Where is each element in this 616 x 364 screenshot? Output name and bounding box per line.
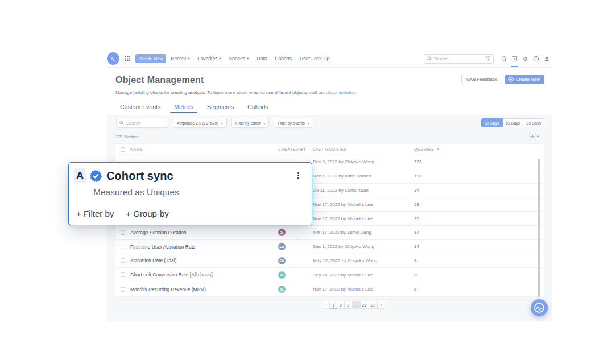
- page-1[interactable]: 1: [330, 301, 337, 309]
- last-modified: Dec 1, 2022 by Katie Barnett: [309, 173, 411, 179]
- row-checkbox[interactable]: [121, 258, 125, 263]
- nav-item-cohorts[interactable]: Cohorts: [275, 56, 292, 61]
- global-search[interactable]: [424, 54, 494, 64]
- create-new-button[interactable]: Create New: [505, 75, 544, 84]
- nav-item-data[interactable]: Data: [257, 56, 267, 61]
- page-3[interactable]: 3: [345, 301, 352, 309]
- range-30-days[interactable]: 30 Days: [481, 118, 503, 127]
- metric-name: Average Session Duration: [130, 230, 275, 235]
- metrics-count: 221 Metrics: [116, 134, 138, 139]
- page-23[interactable]: 23: [369, 301, 378, 309]
- range-90-days[interactable]: 90 Days: [523, 118, 544, 127]
- date-range-toggle: 30 Days60 Days90 Days: [481, 118, 544, 127]
- column-name[interactable]: NAME: [130, 147, 275, 151]
- column-queries[interactable]: QUERIES: [411, 147, 544, 151]
- nav-item-favorites[interactable]: Favorites▾: [197, 56, 221, 61]
- last-modified: May 12, 2022 by Chiyoko Wong: [309, 258, 411, 263]
- nav-item-recent[interactable]: Recent▾: [171, 56, 189, 61]
- tab-segments[interactable]: Segments: [207, 104, 234, 114]
- tab-custom-events[interactable]: Custom Events: [120, 104, 160, 114]
- filter-by-editor-dropdown[interactable]: Filter by editor▾: [231, 118, 269, 128]
- last-modified: Sep 29, 2022 by Michelle Lee: [309, 272, 411, 278]
- dots-page-button: …: [352, 301, 361, 309]
- queries-count: 726: [411, 159, 544, 164]
- row-checkbox[interactable]: [121, 230, 125, 235]
- last-modified: Dec 1, 2022 by Chiyoko Wong: [309, 244, 411, 249]
- queries-count: 130: [411, 173, 544, 179]
- table-row[interactable]: First-time User Activation RateCWDec 1, …: [115, 240, 544, 254]
- amplitude-logo-icon[interactable]: [107, 52, 119, 65]
- creator-avatar: CW: [278, 243, 286, 250]
- table-row[interactable]: Chart edit Conversion Rate [All charts]M…: [115, 268, 544, 282]
- table-row[interactable]: Average Session DurationZzMar 17, 2022 b…: [115, 226, 544, 240]
- more-options-kebab-icon[interactable]: [297, 172, 299, 179]
- page-subtitle: Manage building blocks for creating anal…: [107, 90, 552, 95]
- table-row[interactable]: Monthly Recurring Revenue (MRR)MLNov 17,…: [115, 282, 544, 296]
- chevron-down-icon: ▾: [219, 56, 221, 61]
- global-search-input[interactable]: [434, 56, 485, 61]
- table-settings[interactable]: ▾: [530, 134, 539, 139]
- user-avatar-icon[interactable]: [541, 52, 552, 65]
- queries-count: 8: [411, 258, 544, 263]
- settings-gear-icon[interactable]: [520, 52, 531, 65]
- table-search-input[interactable]: [126, 121, 165, 126]
- page-2[interactable]: 2: [337, 301, 345, 309]
- nav-item-spaces[interactable]: Spaces▾: [229, 56, 249, 61]
- page-title: Object Management: [107, 74, 204, 86]
- add-groupby-button[interactable]: + Group-by: [126, 209, 168, 218]
- queries-count: 14: [411, 244, 544, 249]
- metric-name: First-time User Activation Rate: [130, 244, 275, 250]
- table-search[interactable]: [116, 118, 168, 128]
- last-modified: Nov 17, 2022 by Michelle Lee: [309, 287, 411, 292]
- assistant-button[interactable]: [531, 299, 548, 316]
- prev-page-button[interactable]: ‹: [323, 301, 330, 309]
- queries-count: 17: [411, 230, 544, 235]
- tab-metrics[interactable]: Metrics: [174, 104, 193, 114]
- metric-zoom-card: A Cohort sync Measured as Uniques + Filt…: [68, 162, 312, 225]
- apps-grid-icon[interactable]: [125, 56, 130, 61]
- column-created-by[interactable]: CREATED BY: [275, 147, 309, 151]
- page-22[interactable]: 22: [361, 301, 369, 309]
- metric-name: Activation Rate (Trial): [130, 258, 275, 263]
- next-page-button[interactable]: ›: [378, 301, 385, 309]
- tab-cohorts[interactable]: Cohorts: [247, 104, 268, 114]
- search-icon: [427, 56, 432, 61]
- add-filter-button[interactable]: + Filter by: [76, 209, 114, 218]
- table-row[interactable]: Activation Rate (Trial)CWMay 12, 2022 by…: [115, 254, 544, 268]
- help-icon[interactable]: ?: [531, 52, 541, 65]
- last-modified: Nov 17, 2022 by Michelle Lee: [309, 216, 411, 221]
- top-nav: Create New Recent▾Favorites▾Spaces▾DataC…: [107, 50, 552, 68]
- last-modified: Jul 11, 2022 by Curtis Xuan: [309, 188, 411, 193]
- range-60-days[interactable]: 60 Days: [503, 118, 524, 127]
- column-last-modified[interactable]: LAST MODIFIED: [309, 147, 411, 151]
- row-checkbox[interactable]: [121, 272, 125, 277]
- whats-new-icon[interactable]: [509, 52, 520, 65]
- documentation-link[interactable]: documentation: [326, 90, 356, 95]
- queries-count: 6: [411, 287, 544, 292]
- creator-avatar: CW: [278, 257, 286, 264]
- last-modified: Nov 17, 2022 by Michelle Lee: [309, 202, 411, 207]
- svg-text:?: ?: [535, 57, 538, 60]
- filter-funnel-icon[interactable]: [485, 56, 490, 61]
- creator-avatar: ML: [278, 271, 286, 279]
- select-all-checkbox[interactable]: [121, 147, 125, 152]
- letter-a-highlight: A: [74, 168, 86, 183]
- chevron-down-icon: ▾: [247, 56, 249, 61]
- chevron-down-icon: ▾: [188, 56, 189, 61]
- table-scrollbar[interactable]: [538, 159, 540, 297]
- last-modified: Dec 8, 2022 by Chiyoko Worig: [309, 159, 411, 164]
- row-checkbox[interactable]: [121, 287, 125, 292]
- notifications-bell-icon[interactable]: [498, 52, 509, 65]
- queries-count: 8: [411, 272, 544, 278]
- metric-name: Monthly Recurring Revenue (MRR): [130, 287, 275, 292]
- metric-title: Cohort sync: [106, 169, 173, 183]
- nav-item-user-look-up[interactable]: User Look-Up: [300, 56, 329, 61]
- row-checkbox[interactable]: [121, 245, 125, 249]
- project-dropdown[interactable]: Amplitude 2.0 (187520)▾: [173, 118, 227, 128]
- metric-measure: Measured as Uniques: [93, 187, 305, 197]
- give-feedback-button[interactable]: Give Feedback: [461, 75, 502, 84]
- queries-count: 20: [411, 216, 544, 221]
- gear-icon: [530, 134, 535, 139]
- filter-by-events-dropdown[interactable]: Filter by events▾: [274, 118, 313, 128]
- nav-create-new-button[interactable]: Create New: [135, 54, 166, 63]
